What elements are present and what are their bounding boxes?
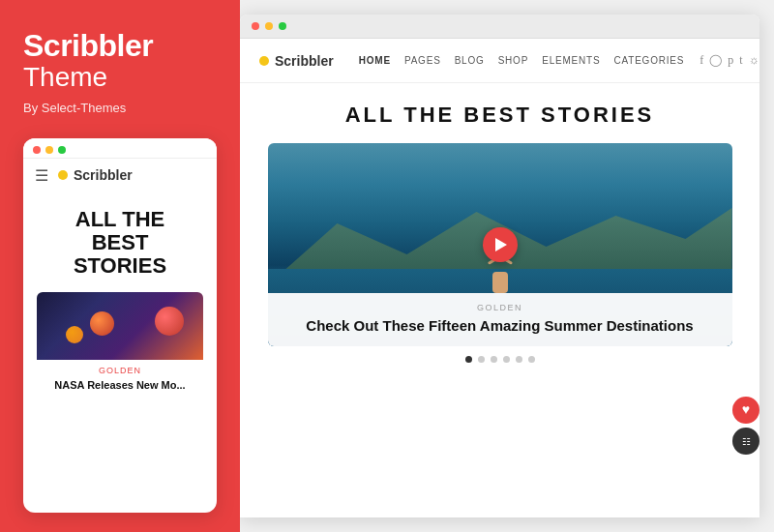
mobile-headline: ALL THE BEST STORIES [37, 208, 203, 279]
nav-elements[interactable]: ELEMENTS [542, 55, 600, 66]
slider-dot-6[interactable] [528, 356, 535, 363]
mobile-content: ALL THE BEST STORIES GOLDEN NASA Release… [23, 192, 217, 513]
mobile-article-image [37, 292, 203, 360]
brand-by: By Select-Themes [23, 101, 217, 115]
mobile-article-title: NASA Releases New Mo... [37, 378, 203, 392]
hamburger-icon[interactable]: ☰ [35, 166, 48, 185]
left-panel: Scribbler Theme By Select-Themes ☰ Scrib… [0, 0, 240, 532]
nav-blog[interactable]: BLOG [455, 55, 485, 66]
browser-dot-yellow [265, 22, 273, 30]
mobile-logo: Scribbler [58, 167, 133, 183]
caption-label: GOLDEN [282, 303, 719, 312]
mobile-dot-red [33, 146, 41, 154]
pinterest-icon[interactable]: p [728, 53, 733, 68]
nav-home[interactable]: HOME [359, 55, 391, 66]
slider-dots [465, 346, 535, 370]
desktop-content: ALL THE BEST STORIES [240, 83, 759, 517]
mobile-dot-green [58, 146, 66, 154]
like-button[interactable]: ♥ [732, 397, 759, 424]
slider-dot-1[interactable] [465, 356, 472, 363]
nav-social: f ◯ p t ☼ ✉ ⚲ ≡ [700, 53, 759, 68]
play-triangle-icon [495, 238, 507, 251]
right-edge-buttons: ♥ ☷ [732, 397, 759, 455]
mobile-top-bar [23, 138, 217, 158]
mobile-dot-yellow [45, 146, 53, 154]
instagram-icon[interactable]: ◯ [709, 53, 722, 68]
hero-slider[interactable]: GOLDEN Check Out These Fifteen Amazing S… [268, 143, 732, 346]
facebook-icon[interactable]: f [700, 53, 703, 68]
mobile-article: GOLDEN NASA Releases New Mo... [37, 292, 203, 392]
browser-dot-green [279, 22, 286, 30]
right-panel: Scribbler HOME PAGES BLOG SHOP ELEMENTS … [240, 0, 774, 532]
mobile-preview: ☰ Scribbler ALL THE BEST STORIES GOLDEN … [23, 138, 217, 513]
nav-links: HOME PAGES BLOG SHOP ELEMENTS CATEGORIES [359, 55, 685, 66]
brand-title: Scribbler [23, 29, 217, 63]
slider-dot-3[interactable] [491, 356, 497, 363]
caption-title: Check Out These Fifteen Amazing Summer D… [282, 316, 719, 336]
slider-dot-2[interactable] [478, 356, 485, 363]
cart-button[interactable]: ☷ [732, 428, 759, 455]
desktop-nav-logo: Scribbler [259, 53, 334, 69]
planet-2 [66, 326, 83, 343]
twitter-icon[interactable]: t [739, 53, 742, 68]
browser-mockup: Scribbler HOME PAGES BLOG SHOP ELEMENTS … [240, 15, 759, 517]
brand-subtitle: Theme [23, 63, 217, 93]
desktop-hero-title: ALL THE BEST STORIES [345, 103, 655, 128]
hero-caption: GOLDEN Check Out These Fifteen Amazing S… [268, 293, 732, 347]
mobile-article-label: GOLDEN [37, 366, 203, 375]
planet-3 [155, 307, 184, 336]
nav-logo-dot [259, 56, 269, 66]
desktop-nav: Scribbler HOME PAGES BLOG SHOP ELEMENTS … [240, 39, 759, 83]
mobile-nav: ☰ Scribbler [23, 158, 217, 192]
planet-1 [90, 311, 114, 336]
browser-chrome [240, 15, 759, 39]
nav-categories[interactable]: CATEGORIES [613, 55, 684, 66]
play-button[interactable] [483, 227, 518, 262]
browser-dot-red [252, 22, 259, 30]
person-torso [492, 272, 508, 293]
rss-icon[interactable]: ☼ [749, 53, 759, 68]
nav-pages[interactable]: PAGES [404, 55, 441, 66]
nav-shop[interactable]: SHOP [498, 55, 529, 66]
slider-dot-4[interactable] [503, 356, 510, 363]
mobile-logo-dot [58, 170, 68, 180]
slider-dot-5[interactable] [516, 356, 522, 363]
